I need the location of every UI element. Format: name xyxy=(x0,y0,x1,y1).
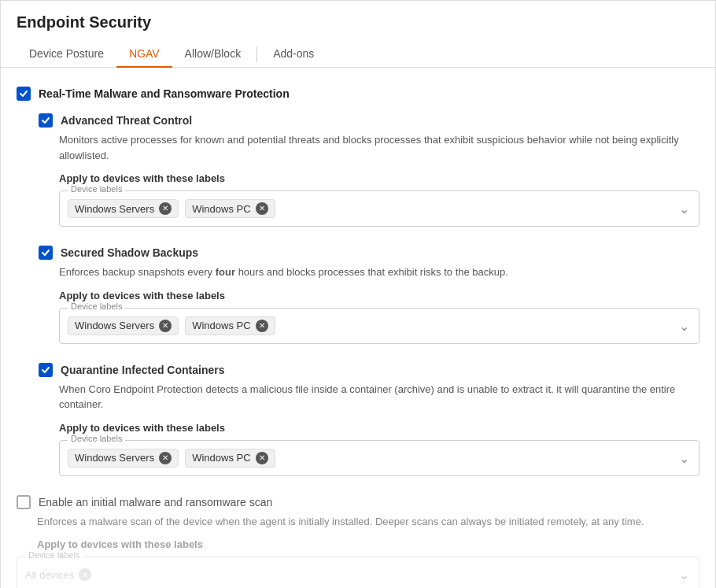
label-tag-remove-2-1[interactable]: ✕ xyxy=(256,452,268,464)
quarantine-labels-box[interactable]: Device labels Windows Servers ✕ Windows … xyxy=(59,440,699,476)
initial-scan-labels-inner: All devices ✕ xyxy=(17,557,699,588)
realtime-section-header: Real-Time Malware and Ransomware Protect… xyxy=(17,87,699,101)
label-tag-text: Windows Servers xyxy=(75,320,154,331)
secured-shadow-description: Enforces backup snapshots every four hou… xyxy=(59,264,699,280)
quarantine-description: When Coro Endpoint Protection detects a … xyxy=(59,382,699,412)
advanced-threat-description: Monitors active processes for known and … xyxy=(59,132,699,163)
advanced-threat-title: Advanced Threat Control xyxy=(61,114,192,127)
tab-add-ons[interactable]: Add-ons xyxy=(260,41,327,68)
label-tag-text: Windows PC xyxy=(192,320,250,331)
all-devices-text: All devices xyxy=(25,569,74,581)
advanced-threat-labels-box[interactable]: Device labels Windows Servers ✕ Windows … xyxy=(59,190,699,227)
initial-scan-description: Enforces a malware scan of the device wh… xyxy=(37,514,699,530)
label-tag-text: Windows PC xyxy=(192,203,250,215)
advanced-threat-dropdown-arrow[interactable]: ⌄ xyxy=(679,202,689,216)
label-tag-remove-1-0[interactable]: ✕ xyxy=(159,320,172,332)
quarantine-checkbox[interactable] xyxy=(39,363,53,377)
quarantine-title: Quarantine Infected Containers xyxy=(61,364,224,376)
label-tag-remove-0-1[interactable]: ✕ xyxy=(256,202,268,215)
initial-scan-dropdown-arrow: ⌄ xyxy=(679,568,689,582)
feature-quarantine-infected: Quarantine Infected Containers When Coro… xyxy=(39,363,699,476)
secured-shadow-labels-inner: Windows Servers ✕ Windows PC ✕ xyxy=(60,309,699,343)
feature-header-secured-shadow: Secured Shadow Backups xyxy=(39,246,699,260)
initial-scan-checkbox[interactable] xyxy=(17,495,31,509)
label-tag-text: Windows Servers xyxy=(75,452,154,464)
label-tag-remove-0-0[interactable]: ✕ xyxy=(159,202,172,215)
label-tag-windows-pc-0[interactable]: Windows PC ✕ xyxy=(185,199,275,218)
quarantine-labels-legend: Device labels xyxy=(68,434,125,443)
label-tag-windows-pc-2[interactable]: Windows PC ✕ xyxy=(185,449,275,468)
advanced-threat-apply-label: Apply to devices with these labels xyxy=(59,172,699,184)
secured-shadow-checkbox[interactable] xyxy=(39,246,53,260)
tab-ngav[interactable]: NGAV xyxy=(116,41,172,68)
quarantine-labels-inner: Windows Servers ✕ Windows PC ✕ xyxy=(60,441,699,475)
feature-initial-scan: Enable an initial malware and ransomware… xyxy=(17,495,699,589)
realtime-section-label: Real-Time Malware and Ransomware Protect… xyxy=(39,87,290,100)
label-tag-windows-servers-1[interactable]: Windows Servers ✕ xyxy=(68,316,179,335)
initial-scan-title: Enable an initial malware and ransomware… xyxy=(39,496,272,508)
secured-shadow-dropdown-arrow[interactable]: ⌄ xyxy=(679,318,689,333)
quarantine-dropdown-arrow[interactable]: ⌄ xyxy=(679,450,689,465)
label-tag-text: Windows PC xyxy=(192,452,250,464)
initial-scan-labels-box: Device labels All devices ✕ ⌄ xyxy=(17,557,699,588)
tab-divider xyxy=(257,46,257,62)
advanced-threat-checkbox[interactable] xyxy=(39,113,53,128)
tab-allow-block[interactable]: Allow/Block xyxy=(172,41,254,68)
label-tag-windows-servers-0[interactable]: Windows Servers ✕ xyxy=(68,199,179,218)
advanced-threat-labels-inner: Windows Servers ✕ Windows PC ✕ xyxy=(60,191,699,226)
label-tag-windows-servers-2[interactable]: Windows Servers ✕ xyxy=(68,449,179,468)
feature-header-quarantine: Quarantine Infected Containers xyxy=(39,363,699,377)
all-devices-remove: ✕ xyxy=(79,568,91,581)
page-title: Endpoint Security xyxy=(17,13,699,31)
advanced-threat-labels-legend: Device labels xyxy=(68,184,125,194)
label-tag-text: Windows Servers xyxy=(75,203,154,215)
feature-secured-shadow: Secured Shadow Backups Enforces backup s… xyxy=(39,246,699,344)
secured-shadow-title: Secured Shadow Backups xyxy=(61,246,198,259)
initial-scan-apply-label: Apply to devices with these labels xyxy=(37,538,699,550)
initial-scan-labels-legend: Device labels xyxy=(25,550,83,560)
feature-advanced-threat: Advanced Threat Control Monitors active … xyxy=(39,113,699,227)
tab-bar: Device Posture NGAV Allow/Block Add-ons xyxy=(17,41,699,67)
quarantine-apply-label: Apply to devices with these labels xyxy=(59,422,699,434)
label-tag-windows-pc-1[interactable]: Windows PC ✕ xyxy=(185,316,275,335)
label-tag-remove-1-1[interactable]: ✕ xyxy=(256,320,268,332)
secured-shadow-labels-legend: Device labels xyxy=(68,301,125,311)
feature-header-advanced-threat: Advanced Threat Control xyxy=(39,113,699,128)
label-tag-all-devices: All devices ✕ xyxy=(25,568,91,581)
secured-shadow-labels-box[interactable]: Device labels Windows Servers ✕ Windows … xyxy=(59,308,699,344)
realtime-checkbox[interactable] xyxy=(17,87,31,101)
secured-shadow-apply-label: Apply to devices with these labels xyxy=(59,290,699,301)
tab-device-posture[interactable]: Device Posture xyxy=(17,41,116,68)
feature-header-initial-scan: Enable an initial malware and ransomware… xyxy=(17,495,699,509)
label-tag-remove-2-0[interactable]: ✕ xyxy=(159,452,172,464)
